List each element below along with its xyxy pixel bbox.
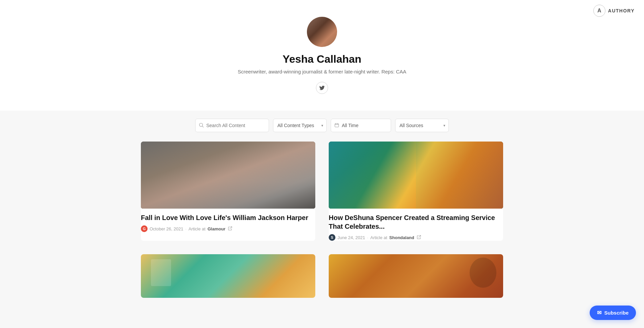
content-type-filter[interactable]: All Content Types Articles Videos Podcas… xyxy=(273,119,327,132)
article-type: Article at xyxy=(370,235,387,240)
avatar-image xyxy=(307,17,337,47)
article-card[interactable] xyxy=(329,254,503,298)
svg-line-7 xyxy=(419,235,421,237)
authory-logo-letter: A xyxy=(597,8,601,14)
twitter-icon xyxy=(319,86,325,90)
article-date: June 24, 2021 xyxy=(337,235,365,240)
article-thumbnail xyxy=(141,142,315,209)
subscribe-button[interactable]: ✉ Subscribe xyxy=(590,306,636,320)
content-grid: Fall in Love With Love Life's William Ja… xyxy=(121,142,523,311)
twitter-button[interactable] xyxy=(316,82,328,94)
profile-bio: Screenwriter, award-winning journalist &… xyxy=(238,69,407,74)
article-title: How DeShuna Spencer Created a Streaming … xyxy=(329,213,503,231)
search-input[interactable] xyxy=(195,119,269,132)
svg-line-6 xyxy=(230,227,232,229)
search-wrapper xyxy=(195,119,269,132)
source-badge: S xyxy=(329,234,335,241)
article-source: Shondaland xyxy=(389,235,414,240)
source-badge: G xyxy=(141,225,148,232)
article-thumbnail xyxy=(329,254,503,298)
profile-section: Yesha Callahan Screenwriter, award-winni… xyxy=(0,0,644,111)
top-nav: A AUTHORY xyxy=(584,0,644,21)
email-icon: ✉ xyxy=(597,310,601,316)
external-link-icon[interactable] xyxy=(417,235,421,240)
article-thumbnail xyxy=(329,142,503,209)
article-meta: S June 24, 2021 · Article at Shondaland xyxy=(329,234,503,241)
profile-name: Yesha Callahan xyxy=(283,53,362,65)
authory-logo-circle[interactable]: A xyxy=(593,5,605,17)
avatar xyxy=(307,17,337,47)
article-title: Fall in Love With Love Life's William Ja… xyxy=(141,213,315,222)
article-date: October 26, 2021 xyxy=(150,226,183,231)
authory-logo-text: AUTHORY xyxy=(608,8,635,13)
sources-filter[interactable]: All Sources Glamour Shondaland The Root xyxy=(395,119,449,132)
article-card[interactable] xyxy=(141,254,315,298)
filter-bar: All Content Types Articles Videos Podcas… xyxy=(0,111,644,142)
article-type: Article at xyxy=(189,226,206,231)
article-source: Glamour xyxy=(208,226,225,231)
article-card[interactable]: How DeShuna Spencer Created a Streaming … xyxy=(329,142,503,241)
date-filter-input[interactable] xyxy=(331,119,391,132)
article-card[interactable]: Fall in Love With Love Life's William Ja… xyxy=(141,142,315,241)
sources-filter-wrapper: All Sources Glamour Shondaland The Root … xyxy=(395,119,449,132)
content-type-filter-wrapper: All Content Types Articles Videos Podcas… xyxy=(273,119,327,132)
date-filter-wrapper xyxy=(331,119,391,132)
subscribe-label: Subscribe xyxy=(604,310,629,316)
external-link-icon[interactable] xyxy=(228,226,232,231)
article-thumbnail xyxy=(141,254,315,298)
article-meta: G October 26, 2021 · Article at Glamour xyxy=(141,225,315,232)
